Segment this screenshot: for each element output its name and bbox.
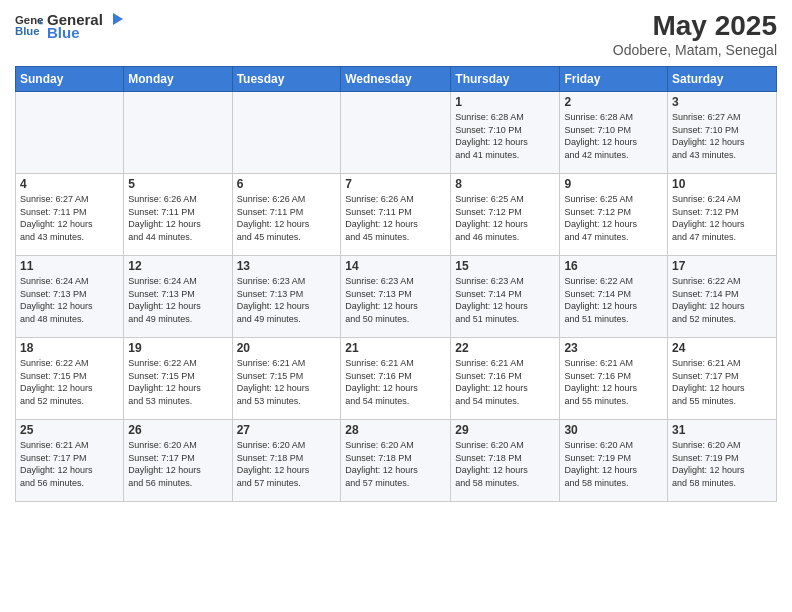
col-header-tuesday: Tuesday <box>232 67 341 92</box>
col-header-monday: Monday <box>124 67 232 92</box>
calendar-cell: 28Sunrise: 6:20 AM Sunset: 7:18 PM Dayli… <box>341 420 451 502</box>
day-info: Sunrise: 6:22 AM Sunset: 7:15 PM Dayligh… <box>128 357 227 407</box>
day-info: Sunrise: 6:23 AM Sunset: 7:14 PM Dayligh… <box>455 275 555 325</box>
logo-icon: General Blue <box>15 12 43 40</box>
day-info: Sunrise: 6:22 AM Sunset: 7:14 PM Dayligh… <box>564 275 663 325</box>
day-info: Sunrise: 6:21 AM Sunset: 7:17 PM Dayligh… <box>20 439 119 489</box>
day-info: Sunrise: 6:21 AM Sunset: 7:15 PM Dayligh… <box>237 357 337 407</box>
day-info: Sunrise: 6:28 AM Sunset: 7:10 PM Dayligh… <box>564 111 663 161</box>
day-info: Sunrise: 6:21 AM Sunset: 7:16 PM Dayligh… <box>455 357 555 407</box>
day-info: Sunrise: 6:22 AM Sunset: 7:14 PM Dayligh… <box>672 275 772 325</box>
title-block: May 2025 Odobere, Matam, Senegal <box>613 10 777 58</box>
day-number: 13 <box>237 259 337 273</box>
day-number: 30 <box>564 423 663 437</box>
day-number: 8 <box>455 177 555 191</box>
calendar-cell: 26Sunrise: 6:20 AM Sunset: 7:17 PM Dayli… <box>124 420 232 502</box>
calendar-cell: 29Sunrise: 6:20 AM Sunset: 7:18 PM Dayli… <box>451 420 560 502</box>
day-number: 7 <box>345 177 446 191</box>
calendar-cell: 21Sunrise: 6:21 AM Sunset: 7:16 PM Dayli… <box>341 338 451 420</box>
calendar-cell: 11Sunrise: 6:24 AM Sunset: 7:13 PM Dayli… <box>16 256 124 338</box>
day-info: Sunrise: 6:20 AM Sunset: 7:19 PM Dayligh… <box>564 439 663 489</box>
day-info: Sunrise: 6:23 AM Sunset: 7:13 PM Dayligh… <box>345 275 446 325</box>
calendar-cell: 30Sunrise: 6:20 AM Sunset: 7:19 PM Dayli… <box>560 420 668 502</box>
calendar-cell: 12Sunrise: 6:24 AM Sunset: 7:13 PM Dayli… <box>124 256 232 338</box>
day-info: Sunrise: 6:22 AM Sunset: 7:15 PM Dayligh… <box>20 357 119 407</box>
day-number: 5 <box>128 177 227 191</box>
day-info: Sunrise: 6:20 AM Sunset: 7:18 PM Dayligh… <box>237 439 337 489</box>
calendar-cell: 18Sunrise: 6:22 AM Sunset: 7:15 PM Dayli… <box>16 338 124 420</box>
calendar-cell: 2Sunrise: 6:28 AM Sunset: 7:10 PM Daylig… <box>560 92 668 174</box>
calendar-week-row: 25Sunrise: 6:21 AM Sunset: 7:17 PM Dayli… <box>16 420 777 502</box>
day-number: 9 <box>564 177 663 191</box>
day-number: 12 <box>128 259 227 273</box>
logo-arrow-icon <box>105 10 123 28</box>
calendar-cell: 31Sunrise: 6:20 AM Sunset: 7:19 PM Dayli… <box>668 420 777 502</box>
calendar-cell: 3Sunrise: 6:27 AM Sunset: 7:10 PM Daylig… <box>668 92 777 174</box>
day-info: Sunrise: 6:20 AM Sunset: 7:17 PM Dayligh… <box>128 439 227 489</box>
day-number: 31 <box>672 423 772 437</box>
calendar-cell: 24Sunrise: 6:21 AM Sunset: 7:17 PM Dayli… <box>668 338 777 420</box>
location: Odobere, Matam, Senegal <box>613 42 777 58</box>
day-info: Sunrise: 6:27 AM Sunset: 7:10 PM Dayligh… <box>672 111 772 161</box>
svg-marker-4 <box>113 13 123 25</box>
col-header-friday: Friday <box>560 67 668 92</box>
day-info: Sunrise: 6:20 AM Sunset: 7:18 PM Dayligh… <box>455 439 555 489</box>
day-number: 11 <box>20 259 119 273</box>
day-info: Sunrise: 6:20 AM Sunset: 7:19 PM Dayligh… <box>672 439 772 489</box>
calendar-cell: 9Sunrise: 6:25 AM Sunset: 7:12 PM Daylig… <box>560 174 668 256</box>
calendar-cell <box>16 92 124 174</box>
month-title: May 2025 <box>613 10 777 42</box>
calendar-week-row: 11Sunrise: 6:24 AM Sunset: 7:13 PM Dayli… <box>16 256 777 338</box>
calendar-week-row: 4Sunrise: 6:27 AM Sunset: 7:11 PM Daylig… <box>16 174 777 256</box>
day-number: 26 <box>128 423 227 437</box>
col-header-thursday: Thursday <box>451 67 560 92</box>
day-number: 2 <box>564 95 663 109</box>
calendar-cell: 1Sunrise: 6:28 AM Sunset: 7:10 PM Daylig… <box>451 92 560 174</box>
calendar-week-row: 1Sunrise: 6:28 AM Sunset: 7:10 PM Daylig… <box>16 92 777 174</box>
day-number: 19 <box>128 341 227 355</box>
calendar-cell: 4Sunrise: 6:27 AM Sunset: 7:11 PM Daylig… <box>16 174 124 256</box>
day-info: Sunrise: 6:21 AM Sunset: 7:16 PM Dayligh… <box>345 357 446 407</box>
day-number: 18 <box>20 341 119 355</box>
calendar-cell: 20Sunrise: 6:21 AM Sunset: 7:15 PM Dayli… <box>232 338 341 420</box>
day-info: Sunrise: 6:26 AM Sunset: 7:11 PM Dayligh… <box>237 193 337 243</box>
calendar-cell: 5Sunrise: 6:26 AM Sunset: 7:11 PM Daylig… <box>124 174 232 256</box>
day-number: 28 <box>345 423 446 437</box>
day-number: 14 <box>345 259 446 273</box>
page-header: General Blue General Blue May 2025 Odobe… <box>15 10 777 58</box>
calendar-cell <box>124 92 232 174</box>
calendar-cell <box>232 92 341 174</box>
day-number: 24 <box>672 341 772 355</box>
day-info: Sunrise: 6:27 AM Sunset: 7:11 PM Dayligh… <box>20 193 119 243</box>
day-info: Sunrise: 6:24 AM Sunset: 7:13 PM Dayligh… <box>128 275 227 325</box>
calendar-week-row: 18Sunrise: 6:22 AM Sunset: 7:15 PM Dayli… <box>16 338 777 420</box>
calendar-cell: 7Sunrise: 6:26 AM Sunset: 7:11 PM Daylig… <box>341 174 451 256</box>
col-header-wednesday: Wednesday <box>341 67 451 92</box>
day-number: 23 <box>564 341 663 355</box>
calendar-cell: 25Sunrise: 6:21 AM Sunset: 7:17 PM Dayli… <box>16 420 124 502</box>
calendar-cell: 27Sunrise: 6:20 AM Sunset: 7:18 PM Dayli… <box>232 420 341 502</box>
day-info: Sunrise: 6:25 AM Sunset: 7:12 PM Dayligh… <box>564 193 663 243</box>
day-info: Sunrise: 6:24 AM Sunset: 7:12 PM Dayligh… <box>672 193 772 243</box>
col-header-sunday: Sunday <box>16 67 124 92</box>
logo: General Blue General Blue <box>15 10 123 41</box>
day-number: 10 <box>672 177 772 191</box>
day-number: 17 <box>672 259 772 273</box>
day-info: Sunrise: 6:25 AM Sunset: 7:12 PM Dayligh… <box>455 193 555 243</box>
calendar-cell: 10Sunrise: 6:24 AM Sunset: 7:12 PM Dayli… <box>668 174 777 256</box>
svg-text:Blue: Blue <box>15 24 40 36</box>
calendar-cell: 17Sunrise: 6:22 AM Sunset: 7:14 PM Dayli… <box>668 256 777 338</box>
calendar-cell: 23Sunrise: 6:21 AM Sunset: 7:16 PM Dayli… <box>560 338 668 420</box>
day-info: Sunrise: 6:21 AM Sunset: 7:16 PM Dayligh… <box>564 357 663 407</box>
day-info: Sunrise: 6:20 AM Sunset: 7:18 PM Dayligh… <box>345 439 446 489</box>
calendar-cell: 15Sunrise: 6:23 AM Sunset: 7:14 PM Dayli… <box>451 256 560 338</box>
calendar-cell: 6Sunrise: 6:26 AM Sunset: 7:11 PM Daylig… <box>232 174 341 256</box>
day-number: 27 <box>237 423 337 437</box>
calendar-header-row: SundayMondayTuesdayWednesdayThursdayFrid… <box>16 67 777 92</box>
calendar-cell: 14Sunrise: 6:23 AM Sunset: 7:13 PM Dayli… <box>341 256 451 338</box>
day-number: 20 <box>237 341 337 355</box>
day-number: 21 <box>345 341 446 355</box>
calendar-table: SundayMondayTuesdayWednesdayThursdayFrid… <box>15 66 777 502</box>
calendar-cell: 13Sunrise: 6:23 AM Sunset: 7:13 PM Dayli… <box>232 256 341 338</box>
day-info: Sunrise: 6:26 AM Sunset: 7:11 PM Dayligh… <box>345 193 446 243</box>
